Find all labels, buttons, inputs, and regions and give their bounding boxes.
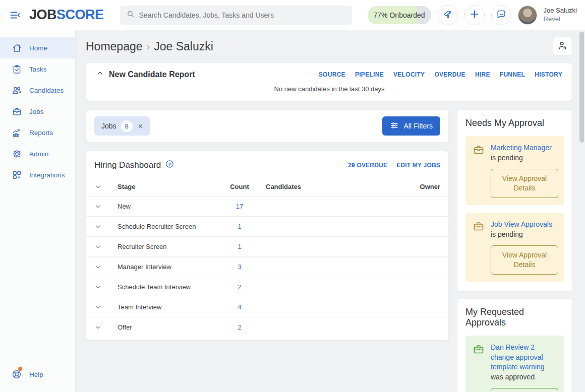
table-row: Schedule Recruiter Screen 1 xyxy=(86,216,448,236)
expand-row-icon[interactable] xyxy=(94,223,111,230)
job-briefcase-icon xyxy=(473,220,485,234)
user-name: Joe Saluzki xyxy=(544,7,577,15)
impersonate-user-button[interactable] xyxy=(553,37,573,56)
messages-button[interactable] xyxy=(491,5,511,25)
search-input[interactable] xyxy=(139,11,346,19)
stage-count-link[interactable]: 3 xyxy=(238,263,241,271)
tab-velocity[interactable]: VELOCITY xyxy=(393,71,425,78)
view-approval-details-button[interactable]: View Approval Details xyxy=(491,169,558,198)
needs-my-approval-panel: Needs My Approval Mark xyxy=(457,109,573,292)
stage-count-link[interactable]: 17 xyxy=(236,203,243,210)
col-stage: Stage xyxy=(118,183,213,190)
stage-name: Recruiter Screen xyxy=(118,243,213,250)
sidebar-item-reports[interactable]: Reports xyxy=(0,122,75,143)
expand-row-icon[interactable] xyxy=(94,283,111,291)
open-job-button[interactable]: Open Job xyxy=(491,388,558,392)
sidebar-item-label: Tasks xyxy=(29,66,47,73)
approval-job-link[interactable]: Dan Review 2 change approval template wa… xyxy=(491,343,545,371)
global-search[interactable] xyxy=(120,6,352,25)
user-meta[interactable]: Joe Saluzki Revel xyxy=(544,7,577,23)
pending-approval-card: Marketing Manager is pending View Approv… xyxy=(465,136,564,205)
chat-bubble-icon xyxy=(496,9,507,21)
search-icon xyxy=(126,10,135,21)
empty-state-message: No new candidates in the last 30 days xyxy=(96,85,562,93)
jobs-filter-chip[interactable]: Jobs 8 xyxy=(94,116,150,136)
user-company: Revel xyxy=(544,15,577,23)
sidebar-item-help[interactable]: Help xyxy=(0,364,75,385)
remove-filter-icon[interactable] xyxy=(137,123,144,129)
logo-part-2: SCORE xyxy=(56,7,104,22)
admin-gear-icon xyxy=(11,148,22,159)
scrollbar-thumb[interactable] xyxy=(579,32,584,143)
caret-up-icon xyxy=(96,70,104,79)
sidebar-item-label: Home xyxy=(29,44,47,52)
chip-count-badge: 8 xyxy=(121,120,133,132)
collapse-sidebar-icon[interactable] xyxy=(9,9,21,21)
stage-count-link[interactable]: 1 xyxy=(238,223,241,230)
new-candidate-report-collapse[interactable]: New Candidate Report xyxy=(96,70,195,79)
edit-my-jobs-link[interactable]: EDIT MY JOBS xyxy=(396,162,440,169)
filters-bar: Jobs 8 xyxy=(86,109,449,143)
table-row: Offer 2 xyxy=(86,317,448,337)
help-question-icon[interactable]: ? xyxy=(165,159,174,171)
expand-row-icon[interactable] xyxy=(94,263,111,271)
sidebar-item-admin[interactable]: Admin xyxy=(0,143,75,164)
hiring-dashboard-title: Hiring Dashboard xyxy=(94,160,161,170)
integrations-icon xyxy=(11,169,22,180)
job-briefcase-icon xyxy=(473,343,485,357)
stage-name: Manager Interview xyxy=(118,263,213,271)
user-avatar[interactable] xyxy=(518,6,537,25)
sidebar-item-jobs[interactable]: Jobs xyxy=(0,101,75,122)
stage-name: Schedule Team Interview xyxy=(118,283,213,291)
tab-pipeline[interactable]: PIPELINE xyxy=(355,71,384,78)
table-row: Recruiter Screen 1 xyxy=(86,236,448,256)
sidebar-item-candidates[interactable]: Candidates xyxy=(0,80,75,101)
my-requested-approvals-title: My Requested Approvals xyxy=(465,307,564,328)
approval-job-link[interactable]: Marketing Manager xyxy=(491,144,552,152)
breadcrumb-separator: › xyxy=(147,41,150,52)
expand-row-icon[interactable] xyxy=(94,203,111,210)
reports-icon xyxy=(11,127,22,138)
help-notification-dot xyxy=(18,367,22,371)
top-bar: JOBSCORE 77% Onboarded xyxy=(0,0,585,30)
approval-job-link[interactable]: Job View Approvals xyxy=(491,220,552,228)
overdue-link[interactable]: 29 OVERDUE xyxy=(348,162,387,169)
view-approval-details-button[interactable]: View Approval Details xyxy=(491,245,558,275)
tab-source[interactable]: SOURCE xyxy=(319,71,345,78)
table-row: Schedule Team Interview 2 xyxy=(86,277,448,297)
jobscore-logo[interactable]: JOBSCORE xyxy=(29,7,104,23)
all-filters-button[interactable]: All Filters xyxy=(382,116,440,136)
page-scrollbar[interactable] xyxy=(579,32,584,390)
svg-text:?: ? xyxy=(168,162,171,167)
sidebar-item-integrations[interactable]: Integrations xyxy=(0,164,75,185)
stage-count-link[interactable]: 4 xyxy=(238,303,241,311)
tab-history[interactable]: HISTORY xyxy=(535,71,562,78)
sidebar-item-home[interactable]: Home xyxy=(0,37,75,58)
all-filters-label: All Filters xyxy=(403,122,433,130)
breadcrumb-root[interactable]: Homepage xyxy=(86,40,143,53)
expand-row-icon[interactable] xyxy=(94,323,111,331)
tab-funnel[interactable]: FUNNEL xyxy=(500,71,525,78)
stage-count-link[interactable]: 2 xyxy=(238,283,241,291)
onboarded-progress-pill[interactable]: 77% Onboarded xyxy=(368,6,431,24)
approval-status-text: is pending xyxy=(491,154,523,162)
customize-button[interactable] xyxy=(438,5,458,25)
col-candidates: Candidates xyxy=(266,183,394,190)
report-tabs: SOURCE PIPELINE VELOCITY OVERDUE HIRE FU… xyxy=(319,71,562,78)
tab-overdue[interactable]: OVERDUE xyxy=(434,71,465,78)
breadcrumb-current: Joe Saluzki xyxy=(154,40,213,53)
stage-name: Offer xyxy=(118,323,213,331)
needs-my-approval-title: Needs My Approval xyxy=(465,118,564,128)
expand-row-icon[interactable] xyxy=(94,303,111,311)
sidebar-item-tasks[interactable]: Tasks xyxy=(0,58,75,80)
stage-count-link[interactable]: 1 xyxy=(238,243,241,250)
stage-count-link[interactable]: 2 xyxy=(238,323,241,331)
stage-name: New xyxy=(118,203,213,210)
job-briefcase-icon xyxy=(473,144,485,158)
chip-label: Jobs xyxy=(101,122,116,130)
add-new-button[interactable] xyxy=(464,5,485,25)
expand-row-icon[interactable] xyxy=(94,243,111,250)
tab-hire[interactable]: HIRE xyxy=(475,71,490,78)
expand-all-icon[interactable] xyxy=(94,183,111,190)
table-row: Manager Interview 3 xyxy=(86,256,448,277)
